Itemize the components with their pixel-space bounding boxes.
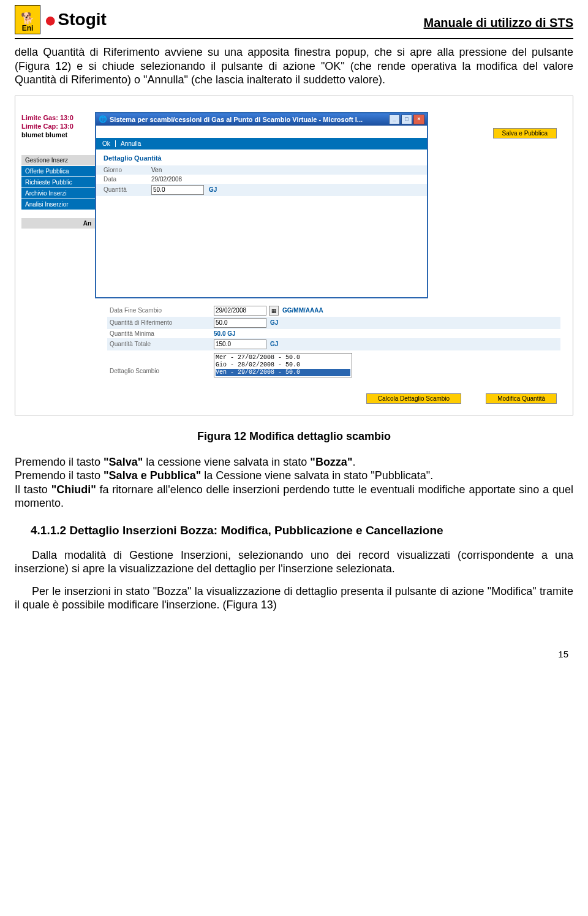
sidebar-footer: An bbox=[21, 218, 95, 229]
qta-min-value: 50.0 GJ bbox=[214, 330, 236, 337]
giorno-label: Giorno bbox=[104, 167, 151, 173]
data-label: Data bbox=[104, 176, 151, 183]
stogit-label: Stogit bbox=[58, 11, 107, 28]
eni-dog-icon: 🐕 bbox=[21, 13, 34, 24]
close-button[interactable]: × bbox=[413, 115, 424, 124]
row-data-fine: Data Fine Scambio ▦ GG/MM/AAAA bbox=[107, 305, 560, 317]
quantita-input[interactable] bbox=[151, 185, 204, 195]
logo-block: 🐕 Eni ● Stogit bbox=[15, 5, 107, 34]
paragraph-6: Per le inserzioni in stato "Bozza" la vi… bbox=[15, 585, 573, 612]
salva-e-pubblica-button[interactable]: Salva e Pubblica bbox=[493, 128, 557, 138]
sidebar-item-archivio[interactable]: Archivio Inserzi bbox=[21, 188, 95, 199]
calcola-dettaglio-button[interactable]: Calcola Dettaglio Scambio bbox=[366, 393, 461, 404]
eni-logo: 🐕 Eni bbox=[15, 5, 40, 34]
figure-caption: Figura 12 Modifica dettaglio scambio bbox=[15, 430, 573, 443]
sidebar-item-offerte[interactable]: Offerte Pubblica bbox=[21, 166, 95, 176]
ok-button[interactable]: Ok bbox=[102, 140, 116, 147]
popup-window: 🌐 Sistema per scambi/cessioni di Gas al … bbox=[95, 112, 428, 298]
giorno-value: Ven bbox=[151, 167, 162, 173]
annulla-button[interactable]: Annulla bbox=[121, 140, 146, 147]
popup-row-giorno: Giorno Ven bbox=[96, 165, 427, 175]
list-item-selected[interactable]: Ven - 29/02/2008 - 50.0 bbox=[216, 369, 350, 376]
qta-tot-label: Quantità Totale bbox=[110, 341, 214, 347]
stogit-logo: ● Stogit bbox=[44, 11, 107, 28]
data-fine-hint: GG/MM/AAAA bbox=[282, 307, 323, 314]
qta-rif-label: Quantità di Riferimento bbox=[110, 319, 214, 326]
ie-icon: 🌐 bbox=[99, 115, 107, 123]
sidebar-item-analisi[interactable]: Analisi Inserzior bbox=[21, 199, 95, 210]
row-qta-rif: Quantità di Riferimento GJ bbox=[107, 317, 560, 329]
paragraph-1: della Quantità di Riferimento avviene su… bbox=[15, 45, 573, 87]
limit-cap: Limite Cap: 13:0 bbox=[21, 122, 74, 131]
eni-label: Eni bbox=[22, 24, 34, 32]
paragraph-5: Dalla modalità di Gestione Inserzioni, s… bbox=[15, 548, 573, 576]
qta-tot-input[interactable] bbox=[214, 339, 266, 349]
stogit-dot-icon: ● bbox=[44, 13, 57, 26]
popup-row-data: Data 29/02/2008 bbox=[96, 175, 427, 184]
row-dettaglio-list: Dettaglio Scambio Mer - 27/02/2008 - 50.… bbox=[107, 350, 560, 379]
bottom-buttons: Calcola Dettaglio Scambio Modifica Quant… bbox=[366, 393, 557, 404]
popup-title: Sistema per scambi/cessioni di Gas al Pu… bbox=[110, 116, 388, 123]
document-title: Manuale di utilizzo di STS bbox=[424, 5, 573, 30]
page-header: 🐕 Eni ● Stogit Manuale di utilizzo di ST… bbox=[15, 5, 573, 39]
qta-rif-input[interactable] bbox=[214, 318, 266, 328]
qta-rif-unit: GJ bbox=[270, 319, 278, 326]
list-item[interactable]: Mer - 27/02/2008 - 50.0 bbox=[216, 354, 350, 361]
list-item[interactable]: Gio - 28/02/2008 - 50.0 bbox=[216, 361, 350, 369]
sidebar-item-richieste[interactable]: Richieste Pubblic bbox=[21, 177, 95, 187]
quantita-unit: GJ bbox=[209, 186, 217, 193]
popup-titlebar: 🌐 Sistema per scambi/cessioni di Gas al … bbox=[96, 113, 427, 126]
modifica-quantita-button[interactable]: Modifica Quantità bbox=[486, 393, 557, 404]
data-fine-label: Data Fine Scambio bbox=[110, 307, 214, 314]
dettaglio-scambio-label: Dettaglio Scambio bbox=[110, 353, 214, 374]
app-screenshot: Limite Gas: 13:0 Limite Cap: 13:0 blumet… bbox=[15, 96, 573, 415]
calendar-icon[interactable]: ▦ bbox=[269, 306, 279, 316]
paragraph-2: Premendo il tasto "Salva" la cessione vi… bbox=[15, 455, 573, 510]
main-fields: Data Fine Scambio ▦ GG/MM/AAAA Quantità … bbox=[107, 305, 560, 379]
popup-section-title: Dettaglio Quantità bbox=[96, 150, 427, 165]
maximize-button[interactable]: □ bbox=[401, 115, 412, 124]
popup-action-bar: Ok Annulla bbox=[96, 138, 427, 150]
sidebar-header: Gestione Inserz bbox=[21, 155, 95, 165]
popup-row-quantita: Quantità GJ bbox=[96, 184, 427, 196]
dettaglio-listbox[interactable]: Mer - 27/02/2008 - 50.0 Gio - 28/02/2008… bbox=[214, 353, 352, 377]
blumet-label: blumet blumet bbox=[21, 131, 74, 139]
row-qta-min: Quantità Minima 50.0 GJ bbox=[107, 329, 560, 338]
row-qta-tot: Quantità Totale GJ bbox=[107, 338, 560, 350]
minimize-button[interactable]: _ bbox=[389, 115, 400, 124]
data-fine-input[interactable] bbox=[214, 306, 266, 316]
limits-block: Limite Gas: 13:0 Limite Cap: 13:0 blumet… bbox=[21, 113, 74, 140]
limit-gas: Limite Gas: 13:0 bbox=[21, 113, 74, 122]
quantita-label: Quantità bbox=[104, 186, 151, 193]
section-heading: 4.1.1.2 Dettaglio Inserzioni Bozza: Modi… bbox=[31, 524, 573, 537]
data-value: 29/02/2008 bbox=[151, 176, 182, 183]
page-number: 15 bbox=[15, 649, 573, 659]
qta-tot-unit: GJ bbox=[270, 341, 278, 347]
sidebar: Gestione Inserz Offerte Pubblica Richies… bbox=[21, 155, 95, 229]
qta-min-label: Quantità Minima bbox=[110, 330, 214, 337]
